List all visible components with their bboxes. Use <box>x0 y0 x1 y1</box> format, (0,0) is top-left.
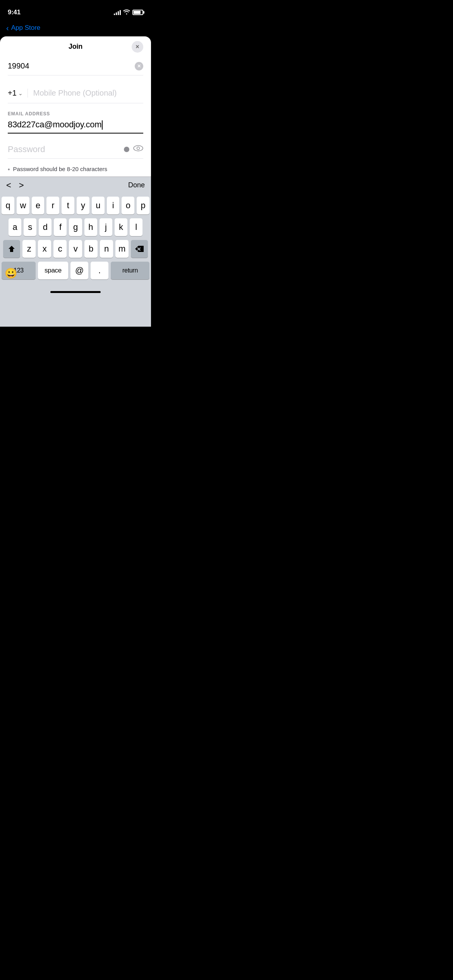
toolbar-next-button[interactable]: > <box>19 180 24 190</box>
signal-icon <box>114 10 121 15</box>
email-field[interactable]: 83d227ca@moodjoy.com <box>8 120 143 134</box>
password-visibility-toggle[interactable] <box>133 144 143 154</box>
space-key[interactable]: space <box>38 262 68 279</box>
zip-code-value: 19904 <box>8 62 135 70</box>
nav-bar: ‹ App Store <box>0 19 151 36</box>
toolbar-done-button[interactable]: Done <box>128 181 145 189</box>
key-s[interactable]: s <box>24 218 36 236</box>
key-a[interactable]: a <box>9 218 21 236</box>
key-y[interactable]: y <box>77 197 89 214</box>
country-code-value: +1 <box>8 89 17 98</box>
zip-clear-button[interactable]: ✕ <box>135 62 143 70</box>
key-l[interactable]: l <box>130 218 142 236</box>
period-key[interactable]: . <box>91 262 108 279</box>
return-label: return <box>122 267 138 274</box>
backspace-key[interactable] <box>131 240 148 258</box>
bullet-icon: • <box>8 165 10 174</box>
keyboard: q w e r t y u i o p a s d f g h j k l <box>0 194 151 327</box>
battery-fill <box>134 11 141 14</box>
password-field[interactable]: Password <box>8 144 143 159</box>
key-t[interactable]: t <box>62 197 74 214</box>
key-z[interactable]: z <box>22 240 36 258</box>
key-o[interactable]: o <box>122 197 134 214</box>
modal-sheet: Join × 19904 ✕ +1 ⌄ Mobile Phone (Option… <box>0 36 151 327</box>
key-v[interactable]: v <box>69 240 82 258</box>
password-dot-icon <box>124 147 129 152</box>
battery-icon <box>132 10 143 15</box>
modal-title: Join <box>69 43 82 51</box>
status-bar: 9:41 <box>0 0 151 19</box>
emoji-button[interactable]: 😀 <box>5 267 17 279</box>
keyboard-row-3: z x c v b n m <box>2 240 149 258</box>
key-e[interactable]: e <box>32 197 45 214</box>
key-w[interactable]: w <box>17 197 29 214</box>
keyboard-row-2: a s d f g h j k l <box>2 218 149 236</box>
back-button[interactable]: ‹ App Store <box>6 24 40 33</box>
back-label: App Store <box>11 24 41 32</box>
status-time: 9:41 <box>8 9 21 16</box>
country-code-selector[interactable]: +1 ⌄ <box>8 89 28 98</box>
return-key[interactable]: return <box>111 262 149 279</box>
chevron-down-icon: ⌄ <box>18 90 23 96</box>
key-c[interactable]: c <box>53 240 67 258</box>
email-label: EMAIL ADDRESS <box>8 111 143 117</box>
zip-code-field[interactable]: 19904 ✕ <box>8 57 143 75</box>
key-k[interactable]: k <box>115 218 127 236</box>
status-icons <box>114 9 143 16</box>
key-j[interactable]: j <box>100 218 112 236</box>
email-text: 83d227ca@moodjoy.com <box>8 120 101 129</box>
toolbar-nav: < > <box>6 180 24 190</box>
password-placeholder: Password <box>8 144 120 154</box>
modal-header: Join × <box>0 36 151 57</box>
key-d[interactable]: d <box>39 218 51 236</box>
back-chevron-icon: ‹ <box>6 24 9 33</box>
hint-text: Password should be 8-20 characters <box>13 165 107 173</box>
key-n[interactable]: n <box>100 240 113 258</box>
toolbar-prev-button[interactable]: < <box>6 180 11 190</box>
key-i[interactable]: i <box>107 197 120 214</box>
at-key[interactable]: @ <box>70 262 88 279</box>
key-m[interactable]: m <box>115 240 129 258</box>
phone-input[interactable]: Mobile Phone (Optional) <box>28 89 143 98</box>
key-p[interactable]: p <box>137 197 149 214</box>
modal-close-button[interactable]: × <box>132 41 143 53</box>
wifi-icon <box>123 9 130 16</box>
key-h[interactable]: h <box>84 218 97 236</box>
space-label: space <box>45 267 62 274</box>
svg-point-1 <box>137 147 140 150</box>
clear-icon: ✕ <box>137 63 141 69</box>
key-b[interactable]: b <box>84 240 98 258</box>
key-x[interactable]: x <box>38 240 51 258</box>
period-label: . <box>98 266 101 276</box>
email-section: EMAIL ADDRESS 83d227ca@moodjoy.com <box>8 111 143 134</box>
key-g[interactable]: g <box>69 218 82 236</box>
phone-field[interactable]: +1 ⌄ Mobile Phone (Optional) <box>8 83 143 103</box>
email-value: 83d227ca@moodjoy.com <box>8 120 143 130</box>
keyboard-toolbar: < > Done <box>0 176 151 194</box>
svg-point-0 <box>134 146 143 151</box>
key-u[interactable]: u <box>92 197 105 214</box>
at-label: @ <box>75 266 84 276</box>
shift-key[interactable] <box>3 240 20 258</box>
keyboard-row-4: 123 space @ . return <box>2 262 149 279</box>
key-f[interactable]: f <box>54 218 67 236</box>
key-r[interactable]: r <box>46 197 59 214</box>
hint-item: • Password should be 8-20 characters <box>8 165 143 174</box>
key-q[interactable]: q <box>2 197 14 214</box>
keyboard-row-1: q w e r t y u i o p <box>2 197 149 214</box>
close-icon: × <box>136 44 139 50</box>
text-cursor <box>102 120 103 130</box>
home-indicator <box>50 291 101 293</box>
